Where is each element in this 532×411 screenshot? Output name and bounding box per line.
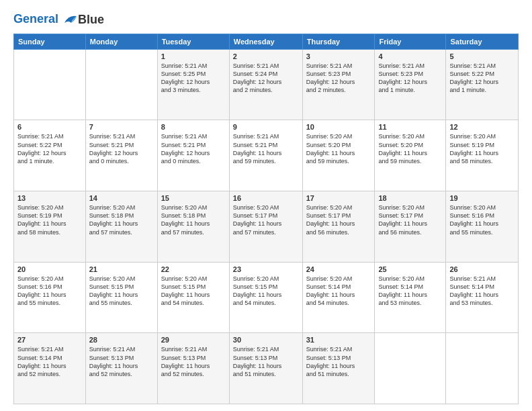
header-day-tuesday: Tuesday	[157, 34, 229, 49]
day-cell: 12Sunrise: 5:20 AM Sunset: 5:19 PM Dayli…	[446, 120, 519, 191]
day-detail: Sunrise: 5:21 AM Sunset: 5:21 PM Dayligh…	[89, 132, 154, 165]
logo-blue: Blue	[78, 13, 104, 27]
day-number: 29	[161, 336, 226, 344]
day-number: 22	[161, 265, 226, 273]
day-detail: Sunrise: 5:20 AM Sunset: 5:14 PM Dayligh…	[378, 275, 442, 308]
day-number: 23	[233, 265, 299, 273]
day-number: 1	[161, 52, 226, 60]
day-cell: 20Sunrise: 5:20 AM Sunset: 5:16 PM Dayli…	[14, 262, 86, 333]
day-cell: 17Sunrise: 5:20 AM Sunset: 5:17 PM Dayli…	[302, 191, 375, 263]
day-detail: Sunrise: 5:21 AM Sunset: 5:13 PM Dayligh…	[306, 345, 371, 378]
week-row-3: 13Sunrise: 5:20 AM Sunset: 5:19 PM Dayli…	[14, 191, 519, 263]
logo-general: General	[13, 12, 58, 26]
day-number: 14	[89, 194, 154, 202]
week-row-5: 27Sunrise: 5:21 AM Sunset: 5:14 PM Dayli…	[14, 333, 519, 404]
day-number: 19	[449, 194, 515, 202]
day-detail: Sunrise: 5:20 AM Sunset: 5:20 PM Dayligh…	[306, 132, 371, 165]
day-cell	[446, 333, 519, 404]
day-number: 4	[378, 52, 442, 60]
logo-bird-icon	[63, 13, 78, 26]
day-cell: 16Sunrise: 5:20 AM Sunset: 5:17 PM Dayli…	[229, 191, 302, 263]
day-cell: 30Sunrise: 5:21 AM Sunset: 5:13 PM Dayli…	[229, 333, 302, 404]
week-row-2: 6Sunrise: 5:21 AM Sunset: 5:22 PM Daylig…	[14, 120, 519, 191]
day-number: 2	[233, 52, 299, 60]
day-detail: Sunrise: 5:21 AM Sunset: 5:13 PM Dayligh…	[161, 345, 226, 378]
day-cell: 18Sunrise: 5:20 AM Sunset: 5:17 PM Dayli…	[375, 191, 446, 263]
day-detail: Sunrise: 5:21 AM Sunset: 5:13 PM Dayligh…	[233, 345, 299, 378]
calendar-table: SundayMondayTuesdayWednesdayThursdayFrid…	[13, 34, 519, 404]
day-cell	[85, 49, 157, 120]
day-number: 13	[17, 194, 82, 202]
day-cell: 6Sunrise: 5:21 AM Sunset: 5:22 PM Daylig…	[14, 120, 86, 191]
day-cell: 19Sunrise: 5:20 AM Sunset: 5:16 PM Dayli…	[446, 191, 519, 263]
day-detail: Sunrise: 5:20 AM Sunset: 5:17 PM Dayligh…	[233, 203, 299, 236]
header-day-monday: Monday	[85, 34, 157, 49]
day-number: 6	[17, 123, 82, 131]
day-detail: Sunrise: 5:21 AM Sunset: 5:25 PM Dayligh…	[161, 62, 226, 95]
day-cell: 31Sunrise: 5:21 AM Sunset: 5:13 PM Dayli…	[302, 333, 375, 404]
day-number: 31	[306, 336, 371, 344]
day-cell	[14, 49, 86, 120]
day-number: 26	[449, 265, 515, 273]
day-cell: 23Sunrise: 5:20 AM Sunset: 5:15 PM Dayli…	[229, 262, 302, 333]
day-number: 24	[306, 265, 371, 273]
header-day-saturday: Saturday	[446, 34, 519, 49]
day-number: 21	[89, 265, 154, 273]
day-detail: Sunrise: 5:21 AM Sunset: 5:14 PM Dayligh…	[17, 345, 82, 378]
header: General Blue	[13, 12, 519, 27]
day-detail: Sunrise: 5:21 AM Sunset: 5:21 PM Dayligh…	[233, 132, 299, 165]
day-cell: 21Sunrise: 5:20 AM Sunset: 5:15 PM Dayli…	[85, 262, 157, 333]
day-detail: Sunrise: 5:20 AM Sunset: 5:15 PM Dayligh…	[89, 275, 154, 308]
day-number: 5	[449, 52, 515, 60]
day-number: 16	[233, 194, 299, 202]
day-number: 12	[449, 123, 515, 131]
day-cell: 28Sunrise: 5:21 AM Sunset: 5:13 PM Dayli…	[85, 333, 157, 404]
day-cell: 14Sunrise: 5:20 AM Sunset: 5:18 PM Dayli…	[85, 191, 157, 263]
day-number: 30	[233, 336, 299, 344]
day-detail: Sunrise: 5:20 AM Sunset: 5:18 PM Dayligh…	[161, 203, 226, 236]
day-detail: Sunrise: 5:21 AM Sunset: 5:21 PM Dayligh…	[161, 132, 226, 165]
day-detail: Sunrise: 5:20 AM Sunset: 5:18 PM Dayligh…	[89, 203, 154, 236]
day-cell: 15Sunrise: 5:20 AM Sunset: 5:18 PM Dayli…	[157, 191, 229, 263]
day-cell: 1Sunrise: 5:21 AM Sunset: 5:25 PM Daylig…	[157, 49, 229, 120]
day-cell: 26Sunrise: 5:21 AM Sunset: 5:14 PM Dayli…	[446, 262, 519, 333]
page: General Blue SundayMondayTuesdayWednesda…	[0, 0, 532, 411]
day-cell: 10Sunrise: 5:20 AM Sunset: 5:20 PM Dayli…	[302, 120, 375, 191]
day-detail: Sunrise: 5:20 AM Sunset: 5:19 PM Dayligh…	[17, 203, 82, 236]
day-number: 27	[17, 336, 82, 344]
day-number: 8	[161, 123, 226, 131]
day-cell: 5Sunrise: 5:21 AM Sunset: 5:22 PM Daylig…	[446, 49, 519, 120]
day-number: 9	[233, 123, 299, 131]
day-cell: 27Sunrise: 5:21 AM Sunset: 5:14 PM Dayli…	[14, 333, 86, 404]
header-day-wednesday: Wednesday	[229, 34, 302, 49]
day-detail: Sunrise: 5:21 AM Sunset: 5:13 PM Dayligh…	[89, 345, 154, 378]
day-cell: 3Sunrise: 5:21 AM Sunset: 5:23 PM Daylig…	[302, 49, 375, 120]
day-cell: 2Sunrise: 5:21 AM Sunset: 5:24 PM Daylig…	[229, 49, 302, 120]
week-row-4: 20Sunrise: 5:20 AM Sunset: 5:16 PM Dayli…	[14, 262, 519, 333]
header-row: SundayMondayTuesdayWednesdayThursdayFrid…	[14, 34, 519, 49]
day-detail: Sunrise: 5:21 AM Sunset: 5:22 PM Dayligh…	[17, 132, 82, 165]
day-number: 20	[17, 265, 82, 273]
day-cell: 4Sunrise: 5:21 AM Sunset: 5:23 PM Daylig…	[375, 49, 446, 120]
day-detail: Sunrise: 5:20 AM Sunset: 5:15 PM Dayligh…	[161, 275, 226, 308]
day-number: 11	[378, 123, 442, 131]
day-detail: Sunrise: 5:21 AM Sunset: 5:23 PM Dayligh…	[306, 62, 371, 95]
day-detail: Sunrise: 5:21 AM Sunset: 5:23 PM Dayligh…	[378, 62, 442, 95]
day-detail: Sunrise: 5:20 AM Sunset: 5:14 PM Dayligh…	[306, 275, 371, 308]
day-number: 25	[378, 265, 442, 273]
day-detail: Sunrise: 5:20 AM Sunset: 5:16 PM Dayligh…	[17, 275, 82, 308]
day-number: 3	[306, 52, 371, 60]
day-number: 15	[161, 194, 226, 202]
header-day-sunday: Sunday	[14, 34, 86, 49]
header-day-thursday: Thursday	[302, 34, 375, 49]
day-detail: Sunrise: 5:21 AM Sunset: 5:14 PM Dayligh…	[449, 275, 515, 308]
day-cell	[375, 333, 446, 404]
day-number: 10	[306, 123, 371, 131]
day-detail: Sunrise: 5:20 AM Sunset: 5:17 PM Dayligh…	[378, 203, 442, 236]
day-number: 18	[378, 194, 442, 202]
day-cell: 13Sunrise: 5:20 AM Sunset: 5:19 PM Dayli…	[14, 191, 86, 263]
day-cell: 7Sunrise: 5:21 AM Sunset: 5:21 PM Daylig…	[85, 120, 157, 191]
logo: General Blue	[13, 12, 104, 27]
day-cell: 9Sunrise: 5:21 AM Sunset: 5:21 PM Daylig…	[229, 120, 302, 191]
header-day-friday: Friday	[375, 34, 446, 49]
